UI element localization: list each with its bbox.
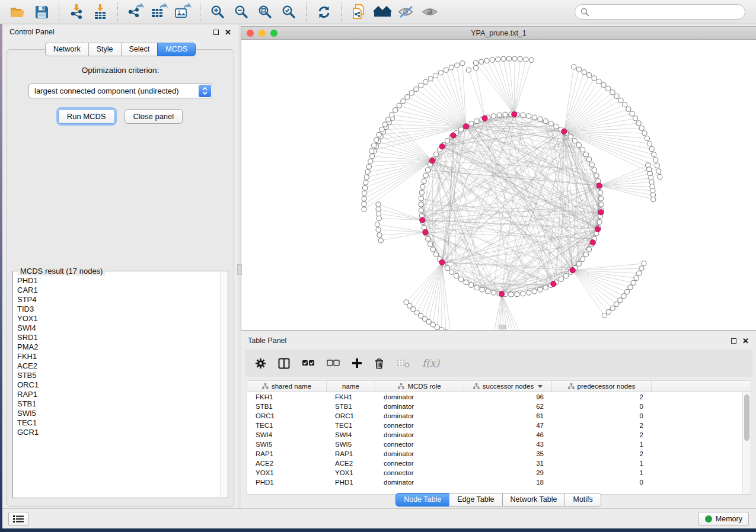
network-node[interactable] bbox=[375, 222, 379, 227]
tab-motifs[interactable]: Motifs bbox=[564, 493, 601, 507]
table-row[interactable]: SWI5SWI5connector431 bbox=[247, 440, 742, 449]
mcds-hub-node[interactable] bbox=[482, 116, 487, 121]
network-node[interactable] bbox=[587, 247, 592, 252]
mcds-hub-node[interactable] bbox=[562, 129, 567, 134]
open-session-icon[interactable] bbox=[6, 2, 30, 22]
table-row[interactable]: YOX1YOX1connector291 bbox=[247, 468, 742, 477]
network-node[interactable] bbox=[538, 287, 543, 292]
network-node[interactable] bbox=[419, 202, 423, 207]
network-node[interactable] bbox=[473, 65, 478, 70]
network-node[interactable] bbox=[631, 280, 636, 285]
network-node[interactable] bbox=[364, 175, 369, 180]
network-node[interactable] bbox=[642, 131, 647, 136]
table-scrollbar-thumb[interactable] bbox=[744, 395, 749, 441]
mcds-hub-node[interactable] bbox=[439, 259, 445, 265]
network-node[interactable] bbox=[378, 238, 383, 243]
network-node[interactable] bbox=[490, 57, 495, 62]
network-node[interactable] bbox=[614, 302, 619, 307]
network-node[interactable] bbox=[438, 70, 443, 75]
mcds-result-item[interactable]: GCR1 bbox=[14, 428, 219, 437]
column-header-MCDS-role[interactable]: MCDS role bbox=[375, 381, 464, 392]
network-node[interactable] bbox=[454, 273, 458, 278]
mcds-hub-node[interactable] bbox=[420, 217, 425, 223]
network-node[interactable] bbox=[393, 108, 398, 113]
network-node[interactable] bbox=[621, 294, 626, 299]
network-node[interactable] bbox=[449, 65, 454, 70]
network-node[interactable] bbox=[419, 196, 423, 201]
import-table-icon[interactable] bbox=[88, 2, 112, 22]
network-node[interactable] bbox=[576, 143, 581, 148]
network-node[interactable] bbox=[559, 277, 563, 281]
network-node[interactable] bbox=[486, 289, 490, 294]
mcds-hub-node[interactable] bbox=[590, 240, 595, 245]
network-node[interactable] bbox=[409, 91, 414, 95]
table-row[interactable]: ORC1ORC1dominator610 bbox=[247, 411, 742, 421]
apply-function-icon[interactable]: f(x) bbox=[422, 357, 439, 369]
network-node[interactable] bbox=[474, 118, 479, 123]
mcds-result-item[interactable]: STB5 bbox=[14, 371, 219, 380]
mcds-hub-node[interactable] bbox=[596, 183, 602, 188]
network-node[interactable] bbox=[377, 216, 381, 220]
select-all-rows-icon[interactable] bbox=[302, 359, 315, 367]
mcds-result-item[interactable]: PHD1 bbox=[14, 276, 219, 286]
splitter-grip[interactable] bbox=[237, 264, 242, 275]
network-node[interactable] bbox=[425, 168, 430, 172]
network-node[interactable] bbox=[521, 113, 525, 117]
mcds-hub-node[interactable] bbox=[595, 226, 601, 232]
mcds-result-item[interactable]: TEC1 bbox=[14, 418, 219, 428]
close-panel-icon[interactable]: ✕ bbox=[225, 30, 231, 35]
network-node[interactable] bbox=[491, 290, 496, 295]
network-node[interactable] bbox=[521, 291, 525, 296]
network-node[interactable] bbox=[509, 292, 513, 297]
network-node[interactable] bbox=[618, 98, 623, 102]
tab-network[interactable]: Network bbox=[45, 43, 89, 56]
network-node[interactable] bbox=[423, 79, 428, 84]
network-node[interactable] bbox=[379, 127, 384, 132]
network-node[interactable] bbox=[630, 111, 634, 116]
network-node[interactable] bbox=[362, 191, 367, 196]
mcds-result-list[interactable]: PHD1CAR1STP4TID3YOX1SWI4SRD1PMA2FKH1ACE2… bbox=[14, 276, 219, 497]
network-node[interactable] bbox=[656, 169, 661, 174]
network-window-titlebar[interactable]: YPA_prune.txt_1 bbox=[241, 27, 756, 40]
mcds-hub-node[interactable] bbox=[499, 291, 505, 297]
network-node[interactable] bbox=[626, 107, 631, 111]
mcds-result-item[interactable]: FKH1 bbox=[14, 352, 219, 361]
network-node[interactable] bbox=[576, 261, 581, 266]
network-node[interactable] bbox=[425, 236, 430, 241]
optimization-criterion-select[interactable]: largest connected component (undirected) bbox=[28, 84, 212, 98]
mcds-hub-node[interactable] bbox=[429, 158, 435, 164]
network-node[interactable] bbox=[639, 126, 644, 130]
network-node[interactable] bbox=[368, 159, 373, 164]
network-node[interactable] bbox=[512, 56, 517, 61]
network-node[interactable] bbox=[538, 117, 543, 121]
memory-button[interactable]: Memory bbox=[698, 512, 749, 526]
column-header-successor-nodes[interactable]: successor nodes bbox=[464, 381, 552, 392]
table-row[interactable]: TEC1TEC1connector472 bbox=[247, 421, 742, 430]
network-node[interactable] bbox=[587, 157, 592, 162]
network-node[interactable] bbox=[601, 82, 606, 87]
network-node[interactable] bbox=[374, 137, 379, 142]
mcds-result-item[interactable]: SWI5 bbox=[14, 409, 219, 418]
split-panel-icon[interactable] bbox=[278, 358, 290, 369]
network-node[interactable] bbox=[479, 59, 484, 64]
table-row[interactable]: ACE2ACE2connector311 bbox=[247, 459, 742, 468]
network-node[interactable] bbox=[543, 118, 548, 123]
network-node[interactable] bbox=[651, 197, 656, 202]
mcds-result-item[interactable]: SRD1 bbox=[14, 333, 219, 342]
network-node[interactable] bbox=[529, 57, 534, 62]
network-node[interactable] bbox=[419, 83, 423, 88]
mcds-result-item[interactable]: ACE2 bbox=[14, 361, 219, 371]
column-header-predecessor-nodes[interactable]: predecessor nodes bbox=[552, 381, 652, 392]
duplicate-network-icon[interactable] bbox=[347, 2, 371, 22]
network-node[interactable] bbox=[658, 174, 662, 179]
mcds-hub-node[interactable] bbox=[451, 133, 456, 138]
network-node[interactable] bbox=[469, 283, 474, 287]
network-node[interactable] bbox=[491, 114, 496, 118]
network-node[interactable] bbox=[433, 73, 438, 78]
first-neighbors-icon[interactable] bbox=[371, 2, 394, 22]
network-node[interactable] bbox=[458, 127, 463, 132]
network-node[interactable] bbox=[605, 86, 610, 91]
network-node[interactable] bbox=[633, 116, 638, 121]
network-node[interactable] bbox=[572, 65, 576, 69]
hide-selected-icon[interactable] bbox=[394, 2, 418, 22]
